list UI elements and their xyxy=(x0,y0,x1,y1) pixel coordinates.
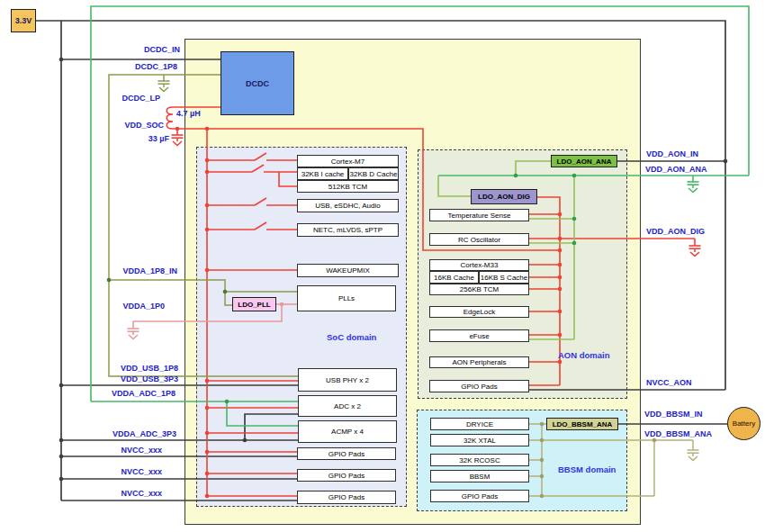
block-dcache: 32KB D Cache xyxy=(348,167,399,180)
pin-vdd-aon-in: VDD_AON_IN xyxy=(646,149,698,158)
pin-vdd-soc: VDD_SOC xyxy=(74,121,164,130)
battery: Battery xyxy=(727,407,760,440)
block-gpio-pads-3: GPIO Pads xyxy=(297,491,396,504)
block-gpio-pads-1: GPIO Pads xyxy=(297,447,396,460)
pin-vdd-usb-3p3: VDD_USB_3P3 xyxy=(88,374,178,383)
pin-vdd-bbsm-in: VDD_BBSM_IN xyxy=(644,410,703,419)
pin-vdd-aon-ana: VDD_AON_ANA xyxy=(645,165,707,174)
pin-nvcc-aon: NVCC_AON xyxy=(646,378,692,387)
switch-icon xyxy=(255,153,266,160)
salmon-junction-dot xyxy=(280,302,284,307)
switch-icon xyxy=(255,198,266,205)
block-edgelock: EdgeLock xyxy=(429,306,529,318)
block-cortex-m7: Cortex-M7 xyxy=(297,155,399,167)
power-diagram: 3.3V Battery DCDC DCDC_IN DCDC_1P8 DCDC_… xyxy=(0,0,765,532)
block-512kb-tcm: 512KB TCM xyxy=(297,180,399,193)
block-32k-xtal: 32K XTAL xyxy=(430,434,529,446)
block-256kb-tcm: 256KB TCM xyxy=(429,284,529,295)
block-wakeupmix: WAKEUPMIX xyxy=(297,264,399,277)
bulk-cap-value: 33 µF xyxy=(133,134,169,143)
block-gpio-pads-bbsm: GPIO Pads xyxy=(430,490,529,502)
aon-domain-title: AON domain xyxy=(558,350,610,360)
pin-dcdc-1p8: DCDC_1P8 xyxy=(87,62,177,71)
capacitor-bbsm-ana-icon xyxy=(688,450,699,461)
net-tan-junction-dots xyxy=(540,422,656,498)
pin-nvcc-1: NVCC_xxx xyxy=(72,446,162,455)
inductor-icon xyxy=(166,107,173,129)
dcdc-converter: DCDC xyxy=(220,51,294,115)
block-adc: ADC x 2 xyxy=(298,395,397,417)
bbsm-domain-title: BBSM domain xyxy=(558,464,616,474)
pin-nvcc-2: NVCC_xxx xyxy=(72,467,162,476)
pin-vdd-bbsm-ana: VDD_BBSM_ANA xyxy=(644,429,712,438)
pin-vdda-1p8-in: VDDA_1P8_IN xyxy=(87,266,177,275)
block-bbsm: BBSM xyxy=(430,470,529,482)
block-gpio-pads-2: GPIO Pads xyxy=(297,469,396,482)
block-rc-oscillator: RC Oscillator xyxy=(429,233,529,246)
pin-vdda-1p0: VDDA_1P0 xyxy=(75,302,165,311)
switch-icon xyxy=(252,165,264,172)
block-aon-peripherals: AON Peripherals xyxy=(429,356,529,368)
soc-domain-title: SoC domain xyxy=(327,332,376,342)
block-usb-esdhc-audio: USB, eSDHC, Audio xyxy=(297,199,399,212)
block-16kb-cache: 16KB Cache xyxy=(429,271,479,284)
block-dryice: DRYICE xyxy=(430,418,529,430)
block-32k-rcosc: 32K RCOSC xyxy=(430,454,529,466)
capacitor-33uf-icon xyxy=(172,135,184,146)
block-16kb-s-cache: 16KB S Cache xyxy=(479,271,529,284)
block-icache: 32KB I cache xyxy=(297,167,348,180)
block-temp-sense: Temperature Sense xyxy=(429,209,529,221)
switch-icon xyxy=(255,222,266,230)
ldo-bbsm-ana: LDO_BBSM_ANA xyxy=(546,418,618,430)
capacitor-vdda1p0-icon xyxy=(128,329,140,339)
block-plls: PLLs xyxy=(297,285,396,311)
block-gpio-pads-aon: GPIO Pads xyxy=(429,380,529,392)
ldo-aon-ana: LDO_AON_ANA xyxy=(551,155,617,167)
net-vdd-aon-ana xyxy=(91,6,749,426)
block-efuse: eFuse xyxy=(429,329,529,342)
pin-vdda-adc-1p8: VDDA_ADC_1P8 xyxy=(86,389,176,398)
pin-vdd-usb-1p8: VDD_USB_1P8 xyxy=(88,364,178,373)
block-netc-mlvds-sptp: NETC, mLVDS, sPTP xyxy=(297,223,399,237)
capacitor-aon-dig-icon xyxy=(689,246,701,257)
capacitor-dcdc1p8-icon xyxy=(158,81,170,92)
pin-vdd-aon-dig: VDD_AON_DIG xyxy=(646,227,705,236)
block-acmp: ACMP x 4 xyxy=(298,420,397,443)
pin-vdda-adc-3p3: VDDA_ADC_3P3 xyxy=(86,429,176,438)
block-cortex-m33: Cortex-M33 xyxy=(429,259,529,271)
pin-dcdc-in: DCDC_IN xyxy=(90,45,180,54)
ldo-pll: LDO_PLL xyxy=(232,297,276,311)
block-usb-phy: USB PHY x 2 xyxy=(298,368,397,392)
inductor-value: 4.7 µH xyxy=(176,109,201,118)
ldo-aon-dig: LDO_AON_DIG xyxy=(471,189,537,204)
capacitor-aon-ana-icon xyxy=(688,182,699,193)
pin-dcdc-lp: DCDC_LP xyxy=(70,94,160,103)
supply-3v3: 3.3V xyxy=(11,9,36,32)
pin-nvcc-3: NVCC_xxx xyxy=(72,489,162,498)
net-aon-dig xyxy=(529,197,701,385)
